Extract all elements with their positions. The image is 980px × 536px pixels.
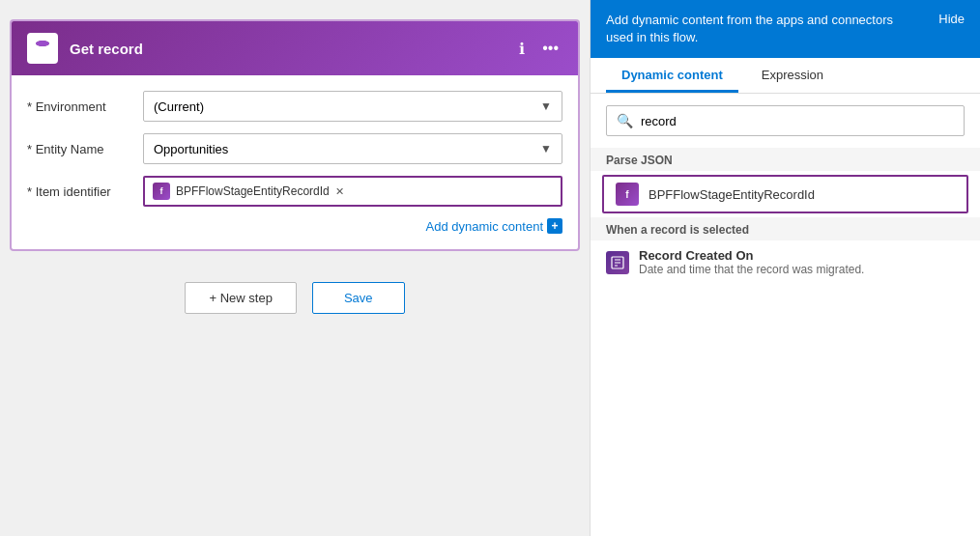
add-dynamic-row: Add dynamic content + xyxy=(27,218,562,234)
item-identifier-field[interactable]: f BPFFlowStageEntityRecordId ✕ xyxy=(143,176,562,207)
when-record-section-label: When a record is selected xyxy=(591,217,980,240)
record-created-on-sub: Record Created On Date and time that the… xyxy=(639,248,864,276)
right-panel: Add dynamic content from the apps and co… xyxy=(590,0,980,536)
add-dynamic-label: Add dynamic content xyxy=(426,219,543,234)
save-button[interactable]: Save xyxy=(312,282,405,314)
token-close-icon[interactable]: ✕ xyxy=(335,185,344,198)
entity-name-dropdown[interactable]: Opportunities ▼ xyxy=(143,133,562,164)
tab-expression[interactable]: Expression xyxy=(746,58,839,93)
panel-header: Add dynamic content from the apps and co… xyxy=(591,0,980,58)
hide-button[interactable]: Hide xyxy=(938,12,965,26)
card-title: Get record xyxy=(70,41,504,57)
bpf-result-icon: f xyxy=(616,183,639,206)
token-icon: f xyxy=(153,183,170,200)
entity-name-label: * Entity Name xyxy=(27,142,143,156)
environment-row: * Environment (Current) ▼ xyxy=(27,91,562,122)
add-dynamic-link[interactable]: Add dynamic content + xyxy=(27,218,562,234)
svg-point-1 xyxy=(36,41,49,46)
parse-json-section-label: Parse JSON xyxy=(591,148,980,171)
environment-label: * Environment xyxy=(27,99,143,114)
item-identifier-label: * Item identifier xyxy=(27,184,143,199)
token: f BPFFlowStageEntityRecordId ✕ xyxy=(153,183,344,200)
record-created-on-desc: Date and time that the record was migrat… xyxy=(639,263,864,276)
entity-name-value: Opportunities xyxy=(154,142,228,156)
record-created-on-item[interactable]: Record Created On Date and time that the… xyxy=(591,240,980,284)
token-text: BPFFlowStageEntityRecordId xyxy=(176,184,330,198)
search-icon: 🔍 xyxy=(617,113,633,128)
new-step-button[interactable]: + New step xyxy=(185,282,296,314)
left-panel: Get record ℹ ••• * Environment (Current)… xyxy=(0,0,590,536)
card-icon xyxy=(27,33,58,64)
panel-tabs: Dynamic content Expression xyxy=(591,58,980,94)
panel-header-text: Add dynamic content from the apps and co… xyxy=(606,12,938,46)
search-input[interactable] xyxy=(641,114,954,128)
record-created-on-title: Record Created On xyxy=(639,248,864,263)
more-options-button[interactable]: ••• xyxy=(538,38,562,59)
card-body: * Environment (Current) ▼ * Entity Name … xyxy=(12,75,578,249)
bpf-result-text: BPFFlowStageEntityRecordId xyxy=(649,187,815,202)
entity-name-row: * Entity Name Opportunities ▼ xyxy=(27,133,562,164)
environment-dropdown[interactable]: (Current) ▼ xyxy=(143,91,562,122)
actions-row: + New step Save xyxy=(185,282,404,314)
environment-value: (Current) xyxy=(154,99,204,114)
info-button[interactable]: ℹ xyxy=(515,38,529,60)
search-box: 🔍 xyxy=(606,105,965,136)
environment-arrow-icon: ▼ xyxy=(540,99,552,113)
tab-dynamic-content[interactable]: Dynamic content xyxy=(606,58,738,93)
card-header: Get record ℹ ••• xyxy=(12,21,578,75)
get-record-card: Get record ℹ ••• * Environment (Current)… xyxy=(10,19,580,251)
add-dynamic-plus-icon: + xyxy=(547,218,562,234)
panel-content: 🔍 Parse JSON f BPFFlowStageEntityRecordI… xyxy=(591,94,980,536)
entity-name-arrow-icon: ▼ xyxy=(540,142,552,155)
card-header-actions: ℹ ••• xyxy=(515,38,562,60)
bpf-result-item[interactable]: f BPFFlowStageEntityRecordId xyxy=(602,175,968,213)
item-identifier-row: * Item identifier f BPFFlowStageEntityRe… xyxy=(27,176,562,207)
record-created-icon xyxy=(606,251,629,274)
